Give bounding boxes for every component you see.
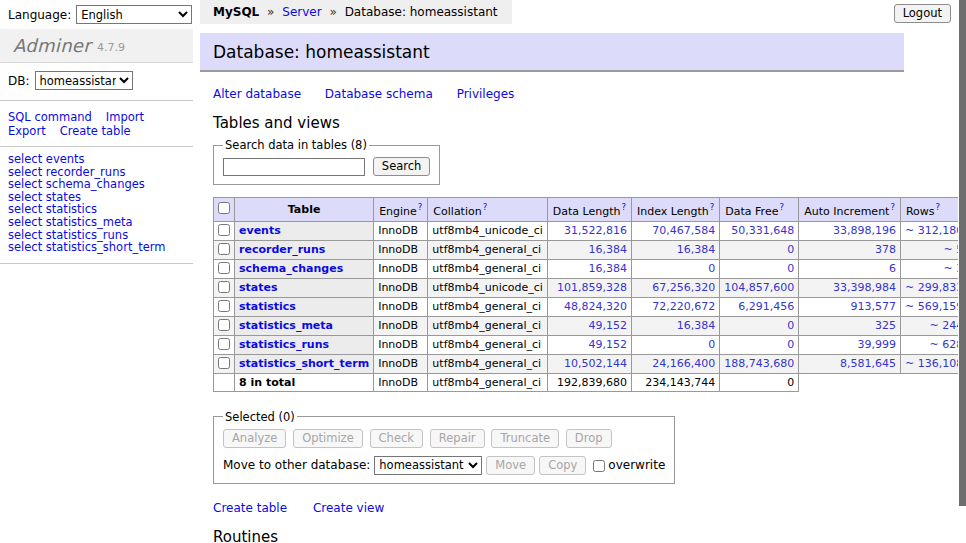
auto-increment-link[interactable]: 378 [875,243,896,256]
index-length-link[interactable]: 16,384 [677,319,716,332]
help-link[interactable]: ? [622,202,627,212]
data-length-link[interactable]: 48,824,320 [564,300,627,313]
index-length-link[interactable]: 24,166,400 [652,357,715,370]
create-links-row: Create table Create view [213,501,904,515]
data-length-link[interactable]: 101,859,328 [557,281,627,294]
help-link[interactable]: ? [418,202,423,212]
sidebar-item-select-statistics-short-term[interactable]: select statistics_short_term [8,241,165,254]
table-link[interactable]: recorder_runs [239,243,325,256]
create-table-link[interactable]: Create table [60,124,131,138]
table-link[interactable]: statistics [239,300,296,313]
search-input[interactable] [223,158,365,176]
data-free-link[interactable]: 0 [787,262,794,275]
data-length-link[interactable]: 10,502,144 [564,357,627,370]
analyze-button[interactable]: Analyze [223,429,286,448]
drop-button[interactable]: Drop [566,429,612,448]
index-length-link[interactable]: 16,384 [677,243,716,256]
check-button[interactable]: Check [370,429,423,448]
row-checkbox[interactable] [218,319,230,331]
optimize-button[interactable]: Optimize [293,429,363,448]
export-link[interactable]: Export [8,124,46,138]
create-table-link-bottom[interactable]: Create table [213,501,287,515]
table-link[interactable]: events [239,224,281,237]
auto-increment-link[interactable]: 913,577 [850,300,896,313]
totals-row: 8 in total InnoDB utf8mb4_general_ci 192… [214,373,966,391]
auto-increment-link[interactable]: 33,398,984 [833,281,896,294]
overwrite-checkbox[interactable] [593,460,605,472]
auto-increment-link[interactable]: 39,999 [857,338,896,351]
auto-increment-link[interactable]: 325 [875,319,896,332]
auto-increment-link[interactable]: 8,581,645 [840,357,896,370]
table-link[interactable]: statistics_runs [239,338,329,351]
import-link[interactable]: Import [106,110,144,124]
data-free-link[interactable]: 0 [787,338,794,351]
table-link[interactable]: statistics_short_term [239,357,369,370]
row-checkbox[interactable] [218,357,230,369]
help-link[interactable]: ? [710,202,715,212]
copy-button[interactable]: Copy [539,456,586,475]
breadcrumb-server-link[interactable]: Server [282,5,321,19]
total-label: 8 in total [235,373,374,391]
row-checkbox[interactable] [218,262,230,274]
help-link[interactable]: ? [890,202,895,212]
rows-link[interactable]: ~ 569,159 [905,300,963,313]
move-button[interactable]: Move [486,456,535,475]
table-row-statistics-meta: statistics_meta InnoDB utf8mb4_general_c… [214,316,966,335]
data-length-link[interactable]: 31,522,816 [564,224,627,237]
create-view-link[interactable]: Create view [313,501,384,515]
db-select[interactable]: homeassistant [35,71,133,90]
adminer-logo[interactable]: Adminer 4.7.9 [0,29,193,63]
column-header-rows: Rows? [900,198,966,222]
scrollbar[interactable] [958,0,966,543]
logout-button[interactable]: Logout [894,4,951,23]
index-length-link[interactable]: 72,220,672 [652,300,715,313]
database-schema-link[interactable]: Database schema [325,87,433,101]
privileges-link[interactable]: Privileges [457,87,515,101]
move-db-select[interactable]: homeassistant [374,456,482,475]
table-link[interactable]: statistics_meta [239,319,333,332]
help-link[interactable]: ? [483,202,488,212]
select-all-checkbox[interactable] [218,202,230,214]
help-link[interactable]: ? [936,202,941,212]
auto-increment-link[interactable]: 6 [889,262,896,275]
truncate-button[interactable]: Truncate [491,429,559,448]
rows-link[interactable]: ~ 299,833 [905,281,963,294]
index-length-link[interactable]: 0 [708,338,715,351]
search-button[interactable]: Search [373,157,431,176]
index-length-link[interactable]: 67,256,320 [652,281,715,294]
data-length-link[interactable]: 16,384 [589,262,628,275]
data-free-link[interactable]: 188,743,680 [724,357,794,370]
row-checkbox[interactable] [218,224,230,236]
routines-heading: Routines [213,528,904,543]
tables-header-row: Table Engine? Collation? Data Length? In… [214,198,966,222]
data-free-link[interactable]: 0 [787,319,794,332]
sql-command-link[interactable]: SQL command [8,110,92,124]
row-checkbox[interactable] [218,300,230,312]
page-title: Database: homeassistant [200,33,904,72]
data-free-link[interactable]: 0 [787,243,794,256]
language-select[interactable]: English [76,5,192,24]
sidebar-item-select-statistics-meta[interactable]: select statistics_meta [8,216,165,229]
auto-increment-link[interactable]: 33,898,196 [833,224,896,237]
data-length-link[interactable]: 16,384 [589,243,628,256]
index-length-link[interactable]: 0 [708,262,715,275]
data-length-link[interactable]: 49,152 [589,338,628,351]
data-free-link[interactable]: 6,291,456 [738,300,794,313]
row-checkbox[interactable] [218,281,230,293]
row-checkbox[interactable] [218,243,230,255]
help-link[interactable]: ? [779,202,784,212]
sidebar-item-select-events[interactable]: select events [8,153,165,166]
rows-link[interactable]: ~ 136,108 [905,357,963,370]
table-link[interactable]: schema_changes [239,262,343,275]
row-checkbox[interactable] [218,338,230,350]
data-free-link[interactable]: 50,331,648 [731,224,794,237]
scrollbar-thumb[interactable] [959,0,966,506]
data-free-link[interactable]: 104,857,600 [724,281,794,294]
table-link[interactable]: states [239,281,278,294]
repair-button[interactable]: Repair [430,429,485,448]
data-length-link[interactable]: 49,152 [589,319,628,332]
sidebar-item-select-schema-changes[interactable]: select schema_changes [8,178,165,191]
rows-link[interactable]: ~ 312,180 [905,224,963,237]
alter-database-link[interactable]: Alter database [213,87,301,101]
index-length-link[interactable]: 70,467,584 [652,224,715,237]
